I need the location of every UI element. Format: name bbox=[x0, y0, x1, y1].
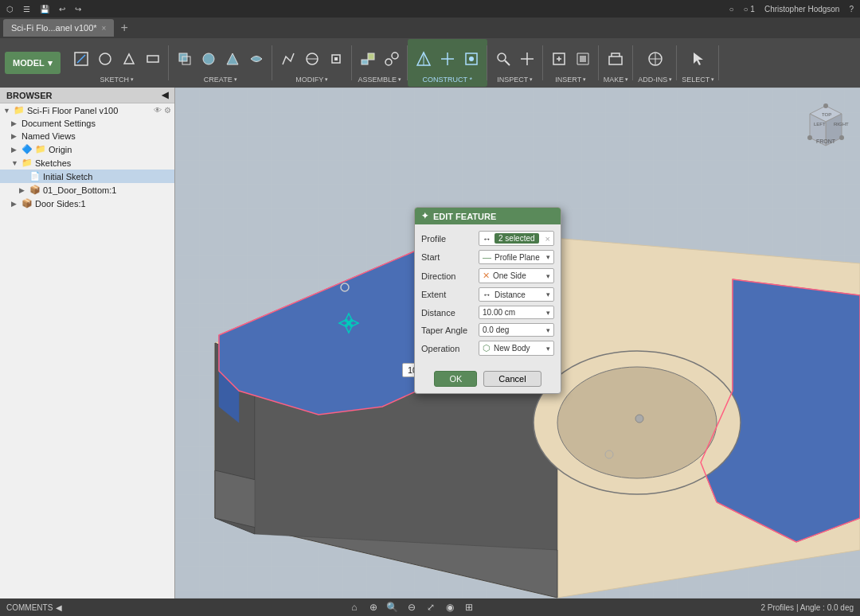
distance-dropdown-arrow[interactable]: ▾ bbox=[546, 309, 550, 317]
eye-icon[interactable]: 👁 bbox=[154, 106, 162, 115]
assemble-icon-1[interactable] bbox=[357, 48, 379, 70]
undo-icon[interactable]: ↩ bbox=[59, 5, 65, 14]
operation-value[interactable]: ⬡ New Body ▾ bbox=[479, 341, 554, 356]
tab-close-icon[interactable]: × bbox=[102, 24, 107, 33]
inspect-icons bbox=[492, 42, 538, 76]
svg-point-39 bbox=[347, 322, 350, 325]
construct-label[interactable]: CONSTRUCT * bbox=[423, 76, 472, 84]
modify-icon-1[interactable] bbox=[277, 48, 299, 70]
construct-icon-3[interactable] bbox=[460, 48, 483, 70]
status-bar: 2 Profiles | Angle : 0.0 deg bbox=[760, 603, 854, 612]
select-label[interactable]: SELECT ▾ bbox=[682, 76, 714, 84]
operation-dropdown-arrow[interactable]: ▾ bbox=[546, 345, 550, 353]
sketch-label[interactable]: SKETCH ▾ bbox=[100, 76, 134, 84]
addins-icon-1[interactable] bbox=[644, 48, 666, 70]
svg-line-18 bbox=[505, 60, 510, 65]
sketch-icon-3[interactable] bbox=[118, 48, 140, 70]
construct-icon-1[interactable] bbox=[412, 48, 435, 70]
extent-dropdown-arrow[interactable]: ▾ bbox=[546, 290, 550, 298]
create-icon-4[interactable] bbox=[245, 48, 268, 70]
browser-item-root[interactable]: ▼ 📁 Sci-Fi Floor Panel v100 👁 ⚙ bbox=[0, 103, 174, 117]
root-item-label: Sci-Fi Floor Panel v100 bbox=[27, 106, 118, 115]
model-label: MODEL bbox=[13, 58, 45, 68]
ok-button[interactable]: OK bbox=[434, 371, 477, 387]
settings-icon[interactable]: ⚙ bbox=[164, 106, 171, 115]
extent-value[interactable]: ↔ Distance ▾ bbox=[479, 287, 554, 302]
tab-label: Sci-Fi Flo...anel v100* bbox=[11, 23, 97, 33]
nav-cube[interactable]: FRONT LEFT RIGHT TOP bbox=[798, 94, 854, 150]
profile-badge: 2 selected bbox=[494, 233, 539, 244]
insert-icon-1[interactable] bbox=[548, 48, 570, 70]
save-icon[interactable]: 💾 bbox=[40, 5, 49, 14]
toolbar-section-construct: CONSTRUCT * bbox=[408, 39, 487, 87]
browser-collapse-icon[interactable]: ◀ bbox=[162, 90, 168, 100]
create-icon-2[interactable] bbox=[197, 48, 220, 70]
clock-icon: ○ bbox=[729, 5, 734, 14]
select-icon-1[interactable] bbox=[687, 48, 710, 70]
svg-point-42 bbox=[635, 415, 643, 423]
sketch-icon-4[interactable] bbox=[142, 48, 164, 70]
create-label[interactable]: CREATE ▾ bbox=[204, 76, 237, 84]
sketch-icon-2[interactable] bbox=[94, 48, 116, 70]
bottom-home-icon[interactable]: ⌂ bbox=[346, 600, 362, 614]
dialog-row-profile: Profile ↔ 2 selected × bbox=[421, 231, 554, 246]
menu-icon[interactable]: ☰ bbox=[23, 5, 30, 14]
svg-point-32 bbox=[557, 367, 717, 478]
browser-item-door-sides[interactable]: ▶ 📦 Door Sides:1 bbox=[0, 197, 174, 210]
browser-item-origin[interactable]: ▶ 🔷 📁 Origin bbox=[0, 142, 174, 156]
bottom-camera-icon[interactable]: ⊕ bbox=[366, 600, 381, 614]
start-dropdown-arrow[interactable]: ▾ bbox=[546, 253, 550, 261]
user-name: Christopher Hodgson bbox=[764, 5, 840, 14]
insert-icon-2[interactable] bbox=[572, 48, 594, 70]
sketch-icon-1[interactable] bbox=[70, 48, 92, 70]
modify-icon-2[interactable] bbox=[301, 48, 323, 70]
add-tab-button[interactable]: + bbox=[115, 21, 132, 35]
bottom-display-icon[interactable]: ◉ bbox=[442, 600, 458, 614]
redo-icon[interactable]: ↪ bbox=[75, 5, 81, 14]
create-icon-3[interactable] bbox=[221, 48, 244, 70]
comments-collapse-icon[interactable]: ◀ bbox=[56, 603, 62, 612]
browser-item-initial-sketch[interactable]: 📄 Initial Sketch bbox=[0, 170, 174, 183]
direction-value[interactable]: ✕ One Side ▾ bbox=[479, 268, 554, 283]
modify-icon-3[interactable] bbox=[325, 48, 347, 70]
make-label[interactable]: MAKE ▾ bbox=[604, 76, 629, 84]
bottom-zoom-out-icon[interactable]: ⊖ bbox=[404, 600, 420, 614]
make-icon-1[interactable] bbox=[604, 48, 627, 70]
insert-label[interactable]: INSERT ▾ bbox=[555, 76, 586, 84]
addins-label[interactable]: ADD-INS ▾ bbox=[638, 76, 672, 84]
cancel-button[interactable]: Cancel bbox=[483, 371, 541, 387]
taper-dropdown-arrow[interactable]: ▾ bbox=[546, 326, 550, 334]
inspect-icon-2[interactable] bbox=[516, 48, 538, 70]
active-tab[interactable]: Sci-Fi Flo...anel v100* × bbox=[3, 19, 114, 37]
help-icon[interactable]: ? bbox=[849, 5, 854, 14]
svg-text:RIGHT: RIGHT bbox=[834, 122, 849, 127]
browser-item-sketches[interactable]: ▼ 📁 Sketches bbox=[0, 156, 174, 170]
assemble-label[interactable]: ASSEMBLE ▾ bbox=[358, 76, 401, 84]
svg-rect-3 bbox=[179, 53, 187, 61]
expand-arrow-sketches: ▼ bbox=[11, 159, 19, 167]
profile-close-icon[interactable]: × bbox=[545, 234, 550, 244]
bottom-zoom-in-icon[interactable]: 🔍 bbox=[385, 600, 401, 614]
bottom-grid-icon[interactable]: ⊞ bbox=[461, 600, 477, 614]
taper-label: Taper Angle bbox=[421, 326, 475, 335]
distance-value[interactable]: 10.00 cm ▾ bbox=[479, 306, 554, 319]
profile-value[interactable]: ↔ 2 selected × bbox=[479, 231, 554, 246]
browser-item-door-bottom[interactable]: ▶ 📦 01_Door_Bottom:1 bbox=[0, 183, 174, 197]
inspect-icon-1[interactable] bbox=[492, 48, 514, 70]
construct-icon-2[interactable] bbox=[436, 48, 459, 70]
bottom-fit-icon[interactable]: ⤢ bbox=[423, 600, 439, 614]
assemble-icon-2[interactable] bbox=[381, 48, 403, 70]
modify-label[interactable]: MODIFY ▾ bbox=[295, 76, 328, 84]
model-button[interactable]: MODEL ▾ bbox=[5, 52, 61, 74]
taper-value[interactable]: 0.0 deg ▾ bbox=[479, 323, 554, 337]
direction-dropdown-arrow[interactable]: ▾ bbox=[546, 272, 550, 280]
expand-arrow-doc: ▶ bbox=[11, 119, 19, 127]
named-views-label: Named Views bbox=[22, 131, 76, 141]
svg-rect-8 bbox=[362, 60, 368, 64]
viewport[interactable]: FRONT LEFT RIGHT TOP 10.00 cm ✦ EDIT FEA… bbox=[175, 88, 860, 598]
create-icon-1[interactable] bbox=[174, 48, 196, 70]
start-value[interactable]: — Profile Plane ▾ bbox=[479, 250, 554, 264]
browser-item-named-views[interactable]: ▶ Named Views bbox=[0, 130, 174, 142]
inspect-label[interactable]: INSPECT ▾ bbox=[497, 76, 533, 84]
browser-item-doc-settings[interactable]: ▶ Document Settings bbox=[0, 117, 174, 130]
